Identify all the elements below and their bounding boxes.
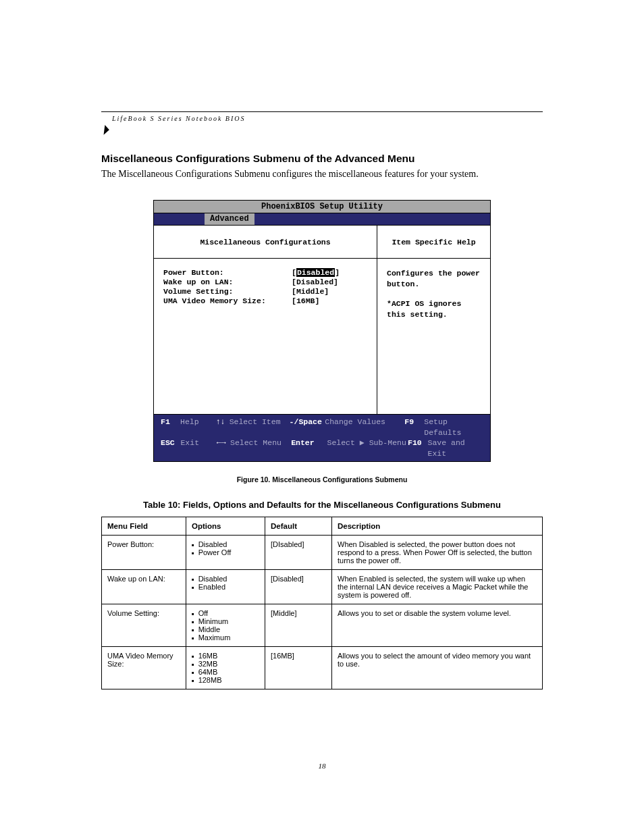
figure-caption: Figure 10. Miscellaneous Configurations … <box>101 475 543 484</box>
page: LifeBook S Series Notebook BIOS ▶ Miscel… <box>0 0 644 834</box>
footer-action: Select Menu <box>230 438 291 459</box>
bios-field-value: [16MB] <box>292 296 319 305</box>
bios-field-label: UMA Video Memory Size: <box>163 296 292 306</box>
bios-right-pane: Item Specific Help Configures the power … <box>377 226 490 414</box>
bios-field-value: [Middle] <box>292 287 329 296</box>
footer-key: ↑↓ <box>216 417 230 438</box>
bios-field-label: Power Button: <box>163 268 292 278</box>
cell-options: DisabledPower Off <box>186 536 265 570</box>
bios-field-row: Power Button:[Disabled] <box>163 268 367 278</box>
decorative-mark: ▶ <box>104 122 109 136</box>
option-item: 32MB <box>192 660 259 668</box>
cell-menu-field: UMA Video Memory Size: <box>102 647 186 689</box>
option-item: 16MB <box>192 652 259 660</box>
footer-key: F1 <box>161 417 180 438</box>
table-header-row: Menu Field Options Default Description <box>102 517 543 536</box>
option-item: Enabled <box>192 583 259 591</box>
help-line-2: *ACPI OS ignores this setting. <box>387 298 483 319</box>
bios-fields-area: Power Button:[Disabled]Wake up on LAN:[D… <box>154 259 377 414</box>
table-title: Table 10: Fields, Options and Defaults f… <box>101 500 543 510</box>
table-row: Power Button:DisabledPower Off[DIsabled]… <box>102 536 543 570</box>
footer-key: F9 <box>404 417 424 438</box>
bios-field-row: Volume Setting:[Middle] <box>163 287 367 296</box>
th-options: Options <box>186 517 265 536</box>
option-item: Disabled <box>192 540 259 548</box>
cell-options: OffMinimumMiddleMaximum <box>186 604 265 647</box>
th-menu: Menu Field <box>102 517 186 536</box>
cell-options: DisabledEnabled <box>186 570 265 604</box>
table-row: Wake up on LAN:DisabledEnabled[Disabled]… <box>102 570 543 604</box>
bios-active-tab: Advanced <box>205 213 254 224</box>
bios-left-pane: Miscellaneous Configurations Power Butto… <box>154 226 377 414</box>
bios-field-value: [Disabled] <box>292 268 340 277</box>
options-table: Menu Field Options Default Description P… <box>101 517 543 689</box>
cell-default: [Middle] <box>265 604 332 647</box>
intro-paragraph: The Miscellaneous Configurations Submenu… <box>101 169 543 180</box>
footer-action: Select ▶ Sub-Menu <box>327 438 408 459</box>
bios-body: Miscellaneous Configurations Power Butto… <box>154 226 490 415</box>
bios-field-label: Wake up on LAN: <box>163 278 292 287</box>
top-border <box>101 111 543 112</box>
footer-action: Setup Defaults <box>424 417 483 438</box>
cell-description: When Disabled is selected, the power but… <box>332 536 543 570</box>
bios-left-header: Miscellaneous Configurations <box>154 226 377 259</box>
footer-key: -/Space <box>290 417 325 438</box>
cell-description: Allows you to set or disable the system … <box>332 604 543 647</box>
bios-title: PhoenixBIOS Setup Utility <box>154 201 490 213</box>
section-heading: Miscellaneous Configurations Submenu of … <box>101 153 543 165</box>
bios-menu-bar: Advanced <box>154 213 490 226</box>
footer-key: F10 <box>408 438 427 459</box>
bios-field-value: [Disabled] <box>292 278 338 286</box>
bios-field-row: UMA Video Memory Size:[16MB] <box>163 296 367 306</box>
option-item: 128MB <box>192 676 259 684</box>
option-item: Maximum <box>192 633 259 642</box>
option-item: 64MB <box>192 668 259 676</box>
footer-key: ←→ <box>217 438 230 459</box>
table-row: UMA Video Memory Size:16MB32MB64MB128MB[… <box>102 647 543 689</box>
bios-screenshot: PhoenixBIOS Setup Utility Advanced Misce… <box>153 200 491 462</box>
th-default: Default <box>265 517 332 536</box>
cell-menu-field: Wake up on LAN: <box>102 570 186 604</box>
footer-action: Select Item <box>230 417 290 438</box>
footer-action: Change Values <box>325 417 404 438</box>
cell-options: 16MB32MB64MB128MB <box>186 647 265 689</box>
footer-key: ESC <box>161 438 180 459</box>
cell-description: When Enabled is selected, the system wil… <box>332 570 543 604</box>
footer-action: Save and Exit <box>428 438 484 459</box>
option-item: Off <box>192 609 259 617</box>
cell-description: Allows you to select the amount of video… <box>332 647 543 689</box>
cell-default: [16MB] <box>265 647 332 689</box>
cell-menu-field: Power Button: <box>102 536 186 570</box>
running-header: LifeBook S Series Notebook BIOS <box>112 115 543 122</box>
bios-footer-row-2: ESC Exit ←→ Select Menu Enter Select ▶ S… <box>161 438 483 459</box>
bios-footer: F1 Help ↑↓ Select Item -/Space Change Va… <box>154 415 490 461</box>
help-line-1: Configures the power button. <box>387 268 483 289</box>
bios-field-label: Volume Setting: <box>163 287 292 296</box>
option-item: Middle <box>192 625 259 633</box>
cell-default: [DIsabled] <box>265 536 332 570</box>
option-item: Power Off <box>192 548 259 556</box>
page-number: 18 <box>0 762 644 770</box>
footer-key: Enter <box>291 438 327 459</box>
cell-menu-field: Volume Setting: <box>102 604 186 647</box>
bios-help-text: Configures the power button. *ACPI OS ig… <box>377 259 490 329</box>
cell-default: [Disabled] <box>265 570 332 604</box>
bios-right-header: Item Specific Help <box>377 226 490 259</box>
footer-action: Exit <box>180 438 216 459</box>
bios-field-row: Wake up on LAN:[Disabled] <box>163 278 367 287</box>
table-row: Volume Setting:OffMinimumMiddleMaximum[M… <box>102 604 543 647</box>
option-item: Minimum <box>192 617 259 625</box>
option-item: Disabled <box>192 575 259 583</box>
th-description: Description <box>332 517 543 536</box>
bios-footer-row-1: F1 Help ↑↓ Select Item -/Space Change Va… <box>161 417 483 438</box>
footer-action: Help <box>180 417 216 438</box>
